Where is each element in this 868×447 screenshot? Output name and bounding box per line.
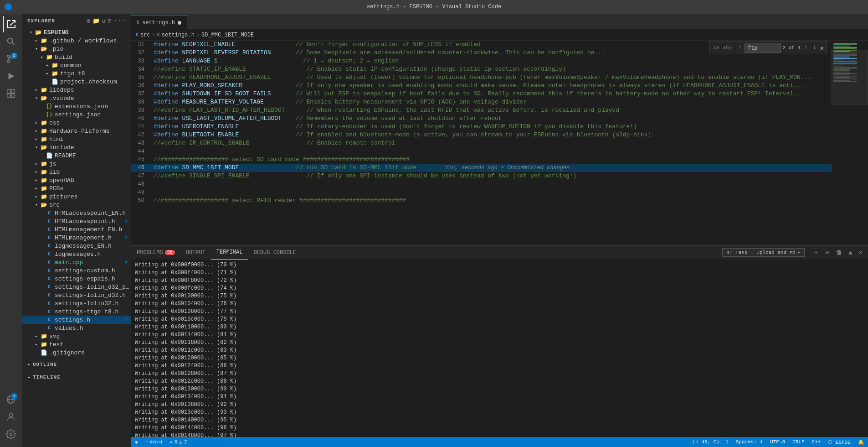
status-line-endings[interactable]: CRLF [789, 439, 808, 445]
sidebar-item-test[interactable]: ▸ 📁 test [22, 340, 131, 348]
panel-tab-terminal[interactable]: TERMINAL [211, 246, 248, 260]
line-content[interactable]: #define PLAY_MONO_SPEAKER // If only one… [152, 82, 832, 90]
minimap-viewport[interactable] [832, 50, 868, 104]
sidebar-item-vscode[interactable]: ▾ 📂 .vscode [22, 94, 131, 102]
line-content[interactable]: //#define SINGLE_SPI_ENABLE // If only o… [152, 172, 832, 180]
sidebar-item-openhab[interactable]: ▸ 📁 openHAB [22, 176, 131, 184]
status-notification[interactable]: 🔔 [854, 439, 868, 445]
panel-tab-problems[interactable]: PROBLEMS 38 [131, 246, 180, 260]
sidebar-item-settings-lolin-pro[interactable]: ▸ C settings-lolin_d32_pro.h [22, 283, 131, 291]
status-git-branch[interactable]: ⑂ main [142, 437, 166, 447]
line-content[interactable]: #define USE_LAST_VOLUME_AFTER_REBOOT // … [152, 114, 832, 123]
sidebar-item-readme[interactable]: ▸ 📄 README [22, 151, 131, 160]
sidebar-item-htmlmgmt-en[interactable]: ▸ C HTMLmanagement_EN.h [22, 225, 131, 234]
sidebar-item-settings-h[interactable]: ▸ C settings.h 2 [22, 316, 131, 324]
line-content[interactable]: #define SD_MMC_1BIT_MODE // run SD card … [152, 164, 832, 172]
line-content[interactable]: #define LANGUAGE 1 // 1 = deutsch; 2 = e… [152, 57, 832, 65]
extensions-activity-icon[interactable] [3, 85, 19, 102]
sidebar-item-libdeps[interactable]: ▸ 📁 libdeps [22, 86, 131, 94]
new-folder-icon[interactable]: 📁 [92, 17, 100, 25]
more-actions-icon[interactable]: ··· [114, 17, 126, 25]
sidebar-item-js[interactable]: ▸ 📁 js [22, 160, 131, 168]
sidebar-item-settings-espa1s[interactable]: ▸ C settings-espa1s.h [22, 275, 131, 283]
match-word-icon[interactable]: ab| [722, 44, 733, 52]
sidebar-item-settings-custom[interactable]: ▸ C settings-custom.h [22, 266, 131, 275]
sidebar-item-checksum[interactable]: ▸ 📄 project.checksum [22, 78, 131, 86]
sidebar-item-htmlaccess-en[interactable]: ▸ C HTMLaccesspoint_EN.h [22, 209, 131, 217]
sidebar-item-extensions-json[interactable]: ▸ {} extensions.json [22, 102, 131, 110]
sidebar-item-css[interactable]: ▸ 📁 css [22, 119, 131, 127]
sidebar-root-espuino[interactable]: ▾ 📂 ESPUINO [22, 28, 131, 36]
line-content[interactable]: #define SHUTDOWN_IF_SD_BOOT_FAILS // Wil… [152, 90, 832, 98]
sidebar-item-settings-json[interactable]: ▸ {} settings.json [22, 110, 131, 119]
status-encoding[interactable]: UTF-8 [766, 439, 789, 445]
sidebar-item-logmsg[interactable]: ▸ C logmessages.h [22, 250, 131, 258]
sidebar-item-settings-ttgo[interactable]: ▸ C settings-ttgo_t8.h [22, 307, 131, 316]
sidebar-item-lib[interactable]: ▸ 📁 lib [22, 168, 131, 176]
status-indentation[interactable]: Spaces: 4 [732, 439, 766, 445]
match-case-icon[interactable]: Aa [712, 44, 720, 52]
collapse-all-icon[interactable]: ⊟ [108, 17, 112, 25]
sidebar-item-settings-lolin32[interactable]: ▸ C settings-lolin32.h [22, 299, 131, 307]
status-platform[interactable]: ⬡ ESP32 [824, 439, 854, 445]
sidebar-item-pictures[interactable]: ▸ 📁 pictures [22, 192, 131, 201]
line-content[interactable]: #define BLUETOOTH_ENABLE // If enabled a… [152, 131, 832, 139]
line-content[interactable] [152, 147, 832, 156]
explorer-activity-icon[interactable] [3, 16, 19, 32]
run-activity-icon[interactable] [3, 68, 19, 84]
sidebar-item-values[interactable]: ▸ C values.h [22, 324, 131, 332]
status-cursor-position[interactable]: Ln 46, Col 1 [689, 439, 732, 445]
terminal-selector[interactable]: 3: Task - Upload and Mi ▾ [722, 248, 804, 257]
sidebar-item-src[interactable]: ▾ 📂 src [22, 201, 131, 209]
panel-tab-output[interactable]: OUTPUT [180, 246, 211, 260]
code-editor[interactable]: 31 #define NEOPIXEL_ENABLE // Don't forg… [131, 41, 832, 245]
line-content[interactable] [152, 180, 832, 188]
use-regex-icon[interactable]: .* [734, 44, 742, 52]
sidebar-item-svg[interactable]: ▸ 📁 svg [22, 332, 131, 340]
trash-terminal-button[interactable]: 🗑 [834, 248, 844, 257]
settings-gear-icon[interactable] [3, 426, 19, 442]
line-content[interactable]: //#define STATIC_IP_ENABLE // Enables st… [152, 65, 832, 73]
sidebar-item-ttgo-t8[interactable]: ▸ 📁 ttgo_t8 [22, 69, 131, 78]
sidebar-item-pio[interactable]: ▾ 📂 .pio [22, 45, 131, 53]
find-next-button[interactable]: ↓ [811, 44, 818, 52]
line-content[interactable]: //#define IR_CONTROL_ENABLE // Enables r… [152, 139, 832, 147]
sidebar-item-maincpp[interactable]: ▸ C main.cpp 4 [22, 258, 131, 266]
breadcrumb-symbol[interactable]: SD_MMC_1BIT_MODE [201, 32, 254, 38]
refresh-icon[interactable]: ↺ [102, 17, 106, 25]
sidebar-item-hardware[interactable]: ▸ 📁 Hardware-Plaforms [22, 127, 131, 135]
sidebar-item-build[interactable]: ▸ 📁 build [22, 53, 131, 61]
status-language[interactable]: C++ [808, 439, 825, 445]
close-panel-button[interactable]: ✕ [857, 248, 864, 257]
search-activity-icon[interactable] [3, 33, 19, 50]
panel-tab-debug[interactable]: DEBUG CONSOLE [248, 246, 302, 260]
line-content[interactable]: #define USEROTARY_ENABLE // If rotary-en… [152, 123, 832, 131]
sidebar-item-htmlaccess[interactable]: ▸ C HTMLaccesspoint.h 1 [22, 217, 131, 225]
find-prev-button[interactable]: ↑ [802, 44, 809, 52]
breadcrumb-file[interactable]: settings.h [162, 32, 195, 38]
breadcrumb-src[interactable]: src [140, 32, 150, 38]
timeline-header[interactable]: ▸ TIMELINE [22, 372, 131, 383]
tab-settings-h[interactable]: C settings.h [131, 16, 187, 29]
line-content[interactable]: //#define HEADPHONE_ADJUST_ENABLE // Use… [152, 73, 832, 82]
new-file-icon[interactable]: ⊕ [87, 17, 91, 25]
sidebar-item-common[interactable]: ▸ 📁 common [22, 61, 131, 69]
sidebar-item-settings-lolin-d32[interactable]: ▸ C settings-lolin_d32.h [22, 291, 131, 299]
status-errors[interactable]: ✕ 0 ⚠ 2 [166, 437, 190, 447]
find-input[interactable] [745, 43, 781, 53]
line-content[interactable]: //################### select SD card mod… [152, 156, 832, 164]
line-content[interactable]: #define MEASURE_BATTERY_VOLTAGE // Enabl… [152, 98, 832, 106]
maximize-panel-button[interactable]: ▲ [847, 248, 854, 257]
sidebar-item-gitignore[interactable]: ▸ 📄 .gitignore [22, 348, 131, 357]
find-close-button[interactable]: ✕ [820, 44, 824, 52]
line-content[interactable]: //################### select RFID reader… [152, 197, 832, 205]
new-terminal-button[interactable]: ＋ [811, 248, 821, 258]
terminal-content[interactable]: Writing at 0x000f0000... (70 %) Writing … [131, 260, 868, 437]
split-terminal-button[interactable]: ⊟ [824, 248, 831, 257]
source-control-activity-icon[interactable]: 1 [3, 51, 19, 67]
sidebar-item-htmlmgmt[interactable]: ▸ C HTMLmanagement.h 1 [22, 234, 131, 242]
line-content[interactable] [152, 188, 832, 197]
remote-activity-icon[interactable]: 1 [3, 391, 19, 408]
sidebar-item-github[interactable]: ▸ 📁 .github / workflows [22, 36, 131, 45]
account-icon[interactable] [3, 409, 19, 425]
